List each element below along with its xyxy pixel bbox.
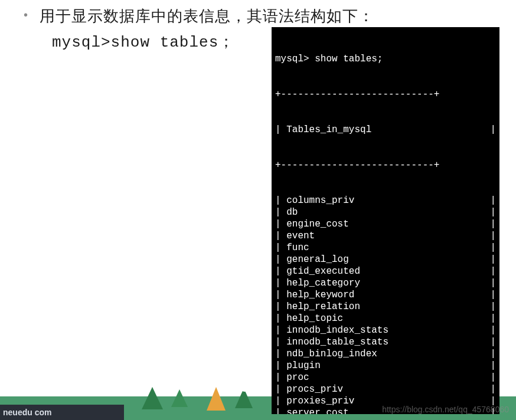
table-cell: | proxies_priv <box>275 395 354 407</box>
table-cell: | plugin <box>275 360 321 372</box>
table-row: | help_keyword| <box>275 289 496 301</box>
table-row: | help_category| <box>275 277 496 289</box>
bullet-line: • 用于显示数据库中的表信息，其语法结构如下： <box>24 6 516 27</box>
table-row: | func| <box>275 242 496 254</box>
table-row: | proc| <box>275 372 496 383</box>
terminal-pipe: | <box>490 313 496 324</box>
terminal-pipe: | <box>490 218 496 230</box>
table-cell: | help_category <box>275 277 360 289</box>
terminal-pipe: | <box>490 230 496 242</box>
terminal-pipe: | <box>490 206 496 218</box>
table-row: | procs_priv| <box>275 383 496 395</box>
terminal-pipe: | <box>490 242 496 254</box>
table-cell: | db <box>275 206 298 218</box>
table-row: | gtid_executed| <box>275 265 496 277</box>
table-row: | innodb_table_stats| <box>275 336 496 348</box>
table-cell: | general_log <box>275 254 349 265</box>
table-cell: | help_relation <box>275 301 360 313</box>
terminal-pipe: | <box>490 372 496 383</box>
table-row: | event| <box>275 230 496 242</box>
table-cell: | innodb_table_stats <box>275 336 388 348</box>
table-cell: | help_keyword <box>275 289 354 301</box>
terminal-header-cell: | Tables_in_mysql <box>275 124 371 136</box>
terminal-pipe: | <box>490 277 496 289</box>
table-cell: | innodb_index_stats <box>275 324 388 336</box>
terminal-pipe: | <box>490 254 496 265</box>
table-cell: | engine_cost <box>275 218 349 230</box>
table-cell: | server_cost <box>275 407 349 414</box>
terminal-pipe: | <box>490 383 496 395</box>
terminal-pipe: | <box>490 265 496 277</box>
table-row: | general_log| <box>275 254 496 265</box>
terminal-table-body: | columns_priv|| db|| engine_cost|| even… <box>275 195 496 414</box>
footer-brand: neuedu com <box>0 405 124 420</box>
table-cell: | help_topic <box>275 313 343 324</box>
table-row: | plugin| <box>275 360 496 372</box>
tree-icon <box>171 389 188 407</box>
terminal-pipe: | <box>490 289 496 301</box>
description-text: 用于显示数据库中的表信息，其语法结构如下： <box>40 6 374 27</box>
table-cell: | proc <box>275 372 309 383</box>
table-row: | db| <box>275 206 496 218</box>
terminal-pipe: | <box>490 348 496 360</box>
table-row: | help_topic| <box>275 313 496 324</box>
table-cell: | procs_priv <box>275 383 343 395</box>
terminal-pipe: | <box>490 336 496 348</box>
table-row: | help_relation| <box>275 301 496 313</box>
terminal-pipe: | <box>490 195 496 206</box>
terminal-output: mysql> show tables; +-------------------… <box>272 27 499 414</box>
table-cell: | columns_priv <box>275 195 354 206</box>
terminal-pipe: | <box>490 360 496 372</box>
tree-icon <box>142 387 163 409</box>
table-row: | innodb_index_stats| <box>275 324 496 336</box>
terminal-pipe: | <box>490 124 496 136</box>
watermark-text: https://blog.csdn.net/qq_45768060 <box>382 405 509 414</box>
terminal-pipe: | <box>490 324 496 336</box>
terminal-divider: +---------------------------+ <box>275 159 496 171</box>
terminal-header-row: | Tables_in_mysql | <box>275 124 496 136</box>
table-row: | ndb_binlog_index| <box>275 348 496 360</box>
table-cell: | func <box>275 242 309 254</box>
terminal-divider: +---------------------------+ <box>275 88 496 100</box>
cloud-icon <box>239 381 259 392</box>
table-cell: | event <box>275 230 315 242</box>
table-row: | engine_cost| <box>275 218 496 230</box>
table-cell: | gtid_executed <box>275 265 360 277</box>
table-row: | columns_priv| <box>275 195 496 206</box>
brand-text: neuedu com <box>3 408 51 417</box>
terminal-prompt: mysql> show tables; <box>275 53 496 65</box>
bullet-icon: • <box>24 6 28 24</box>
terminal-pipe: | <box>490 301 496 313</box>
tree-icon <box>207 387 226 411</box>
table-cell: | ndb_binlog_index <box>275 348 377 360</box>
